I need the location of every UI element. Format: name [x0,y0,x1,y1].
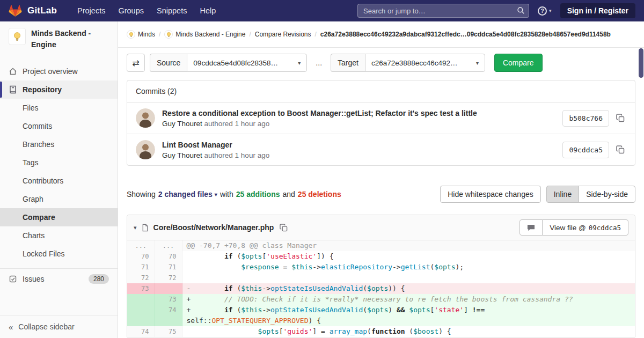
commit-info: Lint Boost Manager Guy Thouret authored … [162,141,269,159]
sign-in-button[interactable]: Sign in / Register [560,3,635,18]
swap-revisions-button[interactable]: ⇄ [127,54,145,72]
diff-stats-summary: Showing 2 changed files ▾ with 25 additi… [127,190,341,199]
hide-whitespace-button[interactable]: Hide whitespace changes [440,186,541,203]
line-number[interactable]: 70 [155,251,182,262]
line-number[interactable] [155,283,182,294]
diff-view-controls: Hide whitespace changes Inline Side-by-s… [440,186,635,203]
diff-line-ctx: 7171 $response = $this->elasticRepositor… [127,262,635,273]
sidebar-item-label: Repository [23,85,62,94]
commits-panel: Commits (2) Restore a conditional except… [127,80,635,166]
main-content: Minds / Minds Backend - Engine / Compare… [118,21,644,337]
sidebar-item-tags[interactable]: Tags [0,153,118,172]
sidebar-item-graph[interactable]: Graph [0,190,118,208]
commit-title-link[interactable]: Restore a conditional exception to Boost… [162,109,477,117]
author-avatar[interactable] [136,140,155,159]
group-avatar [127,30,135,39]
line-number[interactable]: ... [127,240,155,251]
line-number[interactable] [127,294,155,305]
collapse-diff-caret-icon[interactable]: ▾ [134,224,137,231]
compare-button[interactable]: Compare [494,54,543,72]
sidebar-item-contributors[interactable]: Contributors [0,172,118,190]
repository-icon [9,85,17,94]
diff-code-cell: @@ -70,7 +70,8 @@ class Manager [182,240,635,251]
nav-snippets[interactable]: Snippets [150,6,193,15]
file-actions: View file @ 09cddca5 [519,219,628,236]
commit-row: Lint Boost Manager Guy Thouret authored … [127,134,635,165]
sidebar-item-charts[interactable]: Charts [0,226,118,245]
copy-file-path-button[interactable] [278,222,289,233]
line-number[interactable]: 71 [127,262,155,273]
tanuki-icon [9,4,22,17]
view-file-button[interactable]: View file @ 09cddca5 [542,219,628,236]
help-dropdown[interactable]: ? ▾ [538,6,552,16]
breadcrumb-label: Minds Backend - Engine [175,31,245,38]
line-number[interactable]: ... [155,240,182,251]
nav-help[interactable]: Help [193,6,222,15]
commit-meta: Guy Thouret authored 1 hour ago [162,151,269,159]
nav-projects[interactable]: Projects [71,6,112,15]
file-icon [141,224,149,232]
copy-commit-sha-button[interactable] [614,112,626,124]
gitlab-logo[interactable]: GitLab [9,4,57,17]
sidebar-item-commits[interactable]: Commits [0,117,118,135]
line-number[interactable]: 71 [155,262,182,273]
author-avatar[interactable] [136,108,155,128]
project-sidebar: Minds Backend - Engine Project overview … [0,21,118,338]
line-number[interactable]: 74 [155,305,182,326]
line-number[interactable]: 75 [155,326,182,337]
compare-revisions-form: ⇄ Source 09cddca5e4d08fc28358… ▾ ... Tar… [118,48,644,80]
commit-authored-ago: authored 1 hour ago [204,120,270,128]
line-number[interactable]: 73 [155,294,182,305]
breadcrumb-group[interactable]: Minds [127,30,155,39]
commit-title-link[interactable]: Lint Boost Manager [162,141,269,149]
copy-icon [616,145,625,154]
brand-name: GitLab [27,5,57,16]
scrollbar-thumb[interactable] [639,48,643,78]
target-ref-dropdown[interactable]: c26a72e3888ecc46c492… ▾ [365,54,485,72]
changed-files-dropdown[interactable]: 2 changed files ▾ [158,190,217,199]
sidebar-item-issues[interactable]: Issues 280 [0,268,118,289]
side-by-side-view-button[interactable]: Side-by-side [579,186,635,203]
target-label: Target [331,54,365,72]
breadcrumb-compare-revisions[interactable]: Compare Revisions [255,31,311,38]
sidebar-item-project-overview[interactable]: Project overview [0,62,118,80]
commit-author-link[interactable]: Guy Thouret [162,120,202,128]
swap-icon: ⇄ [132,58,139,68]
diff-line-add: 73+ // TODO: Check if it is *really* nec… [127,294,635,305]
sidebar-item-files[interactable]: Files [0,99,118,117]
commit-author-link[interactable]: Guy Thouret [162,151,202,159]
line-number[interactable]: 73 [127,283,155,294]
breadcrumb-project[interactable]: Minds Backend - Engine [164,30,245,39]
commit-sha-button[interactable]: 09cddca5 [562,142,609,158]
sidebar-item-locked-files[interactable]: Locked Files [0,245,118,263]
collapse-sidebar-button[interactable]: « Collapse sidebar [0,315,118,338]
chevron-down-icon: ▾ [549,8,552,13]
collapse-label: Collapse sidebar [18,322,74,331]
line-number[interactable]: 72 [155,273,182,283]
line-number[interactable]: 70 [127,251,155,262]
lightbulb-icon [166,32,172,38]
toggle-comments-button[interactable] [519,219,543,236]
sidebar-item-compare[interactable]: Compare [0,208,118,226]
commit-actions: 09cddca5 [562,142,626,158]
project-context-header[interactable]: Minds Backend - Engine [0,21,118,59]
diff-table: ......@@ -70,7 +70,8 @@ class Manager707… [127,240,635,337]
sidebar-item-repository[interactable]: Repository [0,80,118,99]
line-number[interactable]: 74 [127,326,155,337]
person-avatar-image [136,108,155,128]
file-path[interactable]: Core/Boost/Network/Manager.php [153,223,274,232]
lightbulb-icon [11,31,23,42]
source-ref-dropdown[interactable]: 09cddca5e4d08fc28358… ▾ [187,54,307,72]
copy-icon [280,224,288,232]
inline-view-button[interactable]: Inline [546,186,579,203]
commit-sha-button[interactable]: b508c766 [562,110,609,127]
line-number[interactable]: 72 [127,273,155,283]
sidebar-item-branches[interactable]: Branches [0,135,118,153]
line-number[interactable] [127,305,155,326]
search-input[interactable] [357,4,529,18]
nav-groups[interactable]: Groups [112,6,150,15]
sidebar-item-label: Issues [23,275,44,283]
copy-commit-sha-button[interactable] [614,144,626,156]
commit-meta: Guy Thouret authored 1 hour ago [162,120,477,128]
diff-code-cell: if ($opts['useElastic']) { [182,251,635,262]
